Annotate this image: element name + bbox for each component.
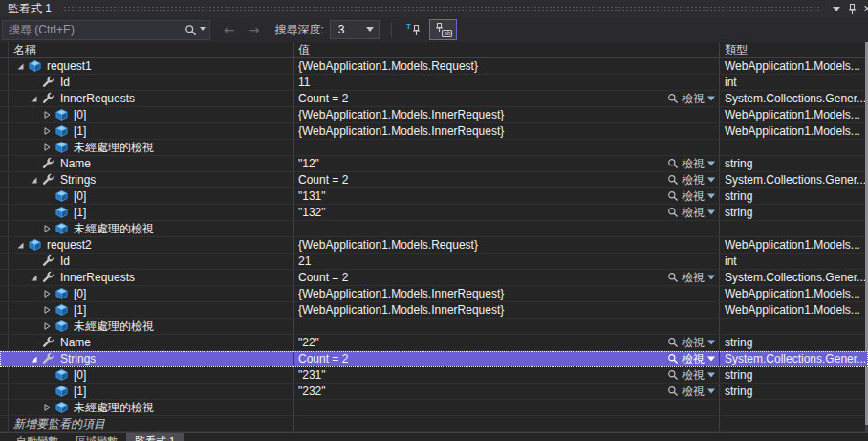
indent-spacer (0, 261, 29, 262)
window-menu-button[interactable] (829, 1, 844, 16)
magnifier-icon (667, 207, 679, 218)
table-row[interactable]: [0] "231" 檢視 string (0, 367, 868, 384)
indent-spacer (0, 359, 29, 360)
search-box (2, 20, 210, 40)
expand-arrow-icon[interactable] (15, 240, 28, 250)
view-button[interactable]: 檢視 (667, 270, 719, 285)
expand-arrow-icon[interactable] (42, 305, 54, 315)
table-row[interactable]: InnerRequests Count = 2 檢視 System.Collec… (0, 270, 868, 286)
property-icon (41, 352, 56, 365)
indent-spacer (0, 310, 42, 311)
table-row[interactable]: [0] "131" 檢視 string (0, 188, 868, 205)
search-depth-select[interactable]: 3 (330, 20, 380, 39)
view-button-label: 檢視 (682, 335, 705, 350)
magnifier-icon (667, 190, 679, 202)
table-row[interactable]: [0] {WebApplication1.Models.InnerRequest… (0, 286, 868, 302)
pin-icon (846, 3, 858, 15)
row-value: {WebApplication1.Models.InnerRequest} (298, 303, 719, 317)
pin-values-button[interactable]: ab (429, 19, 457, 40)
expand-arrow-icon[interactable] (42, 403, 54, 412)
tab-locals[interactable]: 區域變數 (67, 433, 126, 441)
tab-autos[interactable]: 自動變數 (8, 433, 67, 441)
view-button[interactable]: 檢視 (667, 335, 719, 350)
view-button[interactable]: 檢視 (667, 188, 719, 204)
table-row[interactable]: [1] "132" 檢視 string (0, 205, 868, 221)
table-row[interactable]: 未經處理的檢視 (0, 140, 868, 156)
table-row[interactable]: request2 {WebApplication1.Models.Request… (0, 237, 868, 254)
search-input[interactable] (9, 23, 184, 36)
table-row[interactable]: Strings Count = 2 檢視 System.Collections.… (0, 351, 868, 367)
chevron-down-icon (707, 356, 715, 362)
add-watch-row[interactable]: 新增要監看的項目 (0, 416, 868, 432)
table-row[interactable]: [1] {WebApplication1.Models.InnerRequest… (0, 123, 868, 140)
expand-arrow-icon[interactable] (29, 94, 41, 103)
table-row[interactable]: request1 {WebApplication1.Models.Request… (0, 58, 868, 75)
table-row[interactable]: 未經處理的檢視 (0, 400, 868, 416)
tab-watch1[interactable]: 監看式 1 (126, 433, 184, 441)
table-row[interactable]: [1] {WebApplication1.Models.InnerRequest… (0, 302, 868, 319)
table-row[interactable]: InnerRequests Count = 2 檢視 System.Collec… (0, 91, 868, 107)
magnifier-icon (667, 93, 679, 104)
indent-spacer (0, 180, 29, 181)
toolbar-separator (391, 22, 392, 37)
object-icon (54, 401, 70, 414)
expand-arrow-icon[interactable] (42, 224, 54, 233)
drag-handle[interactable] (63, 6, 819, 11)
search-back-button[interactable]: ← (224, 17, 235, 42)
view-button[interactable]: 檢視 (667, 367, 719, 383)
row-value: Count = 2 (298, 173, 667, 187)
column-header-name[interactable]: 名稱 (0, 42, 294, 57)
view-button[interactable]: 檢視 (667, 205, 719, 220)
expand-arrow-icon[interactable] (42, 289, 54, 298)
column-header-type[interactable]: 類型 (720, 42, 868, 57)
table-row[interactable]: 未經處理的檢視 (0, 221, 868, 237)
row-type: string (720, 335, 868, 350)
expand-arrow-icon[interactable] (29, 273, 41, 282)
view-button[interactable]: 檢視 (667, 351, 719, 366)
pin-button[interactable] (844, 1, 859, 16)
table-row[interactable]: Name "12" 檢視 string (0, 156, 868, 172)
property-icon (41, 92, 56, 105)
row-value: 11 (298, 76, 719, 89)
table-row[interactable]: Name "22" 檢視 string (0, 335, 868, 351)
expand-arrow-icon[interactable] (15, 61, 28, 71)
row-value: {WebApplication1.Models.Request} (298, 238, 719, 252)
magnifier-icon (667, 386, 679, 397)
table-row[interactable]: Strings Count = 2 檢視 System.Collections.… (0, 172, 868, 188)
property-icon (41, 254, 56, 268)
view-button[interactable]: 檢視 (667, 91, 719, 106)
row-value: Count = 2 (298, 352, 667, 365)
table-row[interactable]: [1] "232" 檢視 string (0, 384, 868, 400)
pin-to-source-button[interactable]: T (401, 19, 427, 40)
expand-arrow-icon[interactable] (29, 354, 41, 364)
close-button[interactable]: × (859, 1, 868, 16)
bottom-tab-strip: 自動變數區域變數監看式 1 (0, 432, 868, 441)
row-type: System.Collections.Gener... (720, 270, 868, 285)
table-row[interactable]: 未經處理的檢視 (0, 319, 868, 335)
view-button[interactable]: 檢視 (667, 172, 719, 187)
table-row[interactable]: Id 21 int (0, 254, 868, 270)
column-header-value[interactable]: 值 (294, 42, 720, 57)
magnifier-icon (667, 337, 679, 348)
chevron-down-icon (366, 27, 374, 35)
view-button[interactable]: 檢視 (667, 156, 719, 171)
row-type: WebApplication1.Models... (720, 237, 868, 253)
table-row[interactable]: [0] {WebApplication1.Models.InnerRequest… (0, 107, 868, 123)
search-forward-button[interactable]: → (249, 17, 260, 42)
indent-spacer (0, 375, 42, 376)
expand-arrow-icon[interactable] (42, 143, 54, 152)
indent-spacer (0, 131, 42, 132)
expand-arrow-icon[interactable] (42, 126, 54, 136)
chevron-down-icon (707, 96, 715, 101)
table-row[interactable]: Id 11 int (0, 75, 868, 91)
row-value: {WebApplication1.Models.InnerRequest} (298, 287, 719, 300)
indent-spacer (0, 82, 29, 83)
expand-arrow-icon[interactable] (42, 110, 54, 120)
row-name: Id (60, 76, 70, 89)
property-icon (41, 76, 56, 89)
view-button[interactable]: 檢視 (667, 384, 719, 399)
row-name: Id (60, 254, 70, 268)
expand-arrow-icon[interactable] (29, 175, 41, 185)
search-options-button[interactable] (184, 24, 206, 36)
expand-arrow-icon[interactable] (42, 321, 54, 331)
